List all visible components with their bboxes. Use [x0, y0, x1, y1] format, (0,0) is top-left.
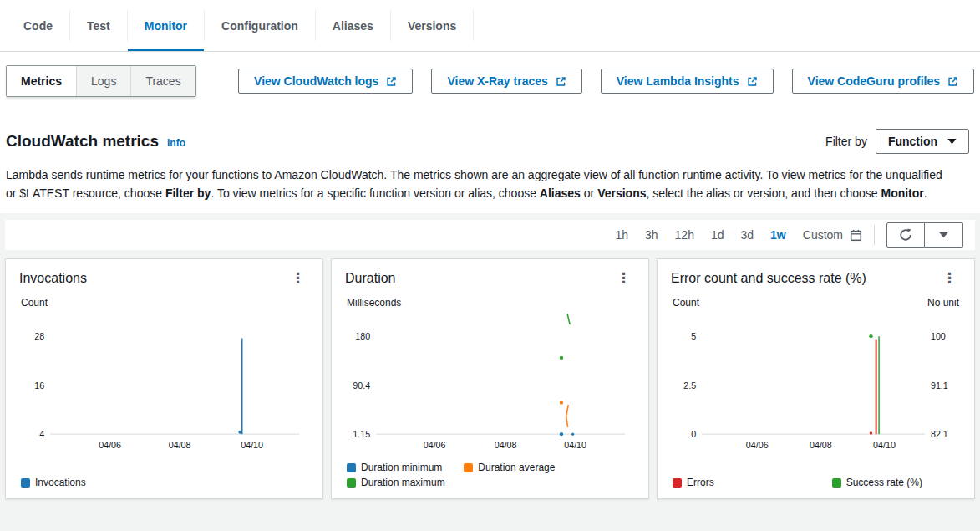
legend-swatch	[464, 463, 473, 472]
axis-unit-row: Count No unit	[671, 297, 961, 309]
description-text: . To view metrics for a specific functio…	[211, 186, 539, 200]
tab-configuration[interactable]: Configuration	[205, 0, 315, 51]
legend-item[interactable]: Duration maximum	[347, 477, 445, 488]
subtab-traces[interactable]: Traces	[130, 66, 195, 96]
view-cloudwatch-logs-button[interactable]: View CloudWatch logs	[238, 69, 413, 94]
range-1w[interactable]: 1w	[770, 228, 786, 242]
y-axis-unit-label: Count	[673, 297, 699, 309]
caret-down-icon	[947, 139, 957, 145]
y-axis-tick-label: 2.5	[683, 380, 696, 391]
axis-unit-row: Milliseconds	[345, 297, 635, 309]
y-axis-tick-label: 5	[691, 331, 696, 341]
chart-options-button[interactable]: ⋮	[287, 269, 309, 287]
y-axis-tick-label: 90.4	[353, 380, 370, 391]
chart-canvas: 18090.41.1504/0604/0804/10	[345, 310, 635, 460]
metrics-subtabs: Metrics Logs Traces	[6, 65, 196, 97]
tab-versions[interactable]: Versions	[391, 0, 473, 51]
x-axis-tick-label: 04/08	[169, 440, 191, 450]
chart-mark	[571, 433, 574, 436]
legend-swatch	[347, 463, 356, 472]
description-text: , select the alias or version, and then …	[647, 186, 881, 200]
external-link-icon	[947, 76, 958, 87]
x-axis-tick-label: 04/10	[873, 440, 896, 450]
right-y-axis-tick-label: 91.1	[931, 380, 948, 391]
chart-canvas: 52.5010091.182.104/0604/0804/10	[671, 310, 961, 460]
chart-legend: ErrorsSuccess rate (%)	[671, 477, 961, 490]
range-3h[interactable]: 3h	[645, 228, 658, 242]
monitor-content: Metrics Logs Traces View CloudWatch logs…	[0, 52, 980, 202]
chart-mark	[560, 356, 563, 360]
chart-options-button[interactable]: ⋮	[938, 269, 961, 287]
description-bold: Aliases	[540, 186, 581, 200]
y-axis-tick-label: 4	[39, 429, 44, 439]
external-link-icon	[386, 76, 397, 87]
external-view-buttons: View CloudWatch logs View X-Ray traces V…	[238, 69, 974, 94]
chart-card-header: Error count and success rate (%) ⋮	[671, 269, 961, 287]
description-text: or	[581, 186, 597, 200]
legend-swatch	[347, 478, 356, 488]
legend-label: Duration maximum	[361, 477, 445, 488]
subtab-metrics[interactable]: Metrics	[7, 66, 76, 96]
metrics-section: 1h 3h 12h 1d 3d 1w Custom Invocations	[0, 213, 980, 531]
chart-canvas: 2816404/0604/0804/10	[19, 310, 309, 460]
chart-mark	[238, 431, 241, 434]
legend-swatch	[832, 478, 841, 488]
tab-monitor[interactable]: Monitor	[128, 0, 204, 51]
x-axis-tick-label: 04/08	[810, 440, 832, 450]
legend-label: Duration minimum	[361, 462, 442, 473]
tab-aliases[interactable]: Aliases	[316, 0, 390, 51]
range-1d[interactable]: 1d	[711, 228, 724, 242]
description-bold: Monitor	[881, 186, 923, 200]
description-bold: Filter by	[165, 186, 211, 200]
time-range-options: 1h 3h 12h 1d 3d 1w Custom	[615, 228, 862, 242]
chart-options-button[interactable]: ⋮	[612, 269, 635, 287]
tab-code[interactable]: Code	[7, 0, 69, 51]
y-axis-tick-label: 16	[34, 380, 44, 391]
legend-swatch	[21, 478, 30, 488]
legend-item[interactable]: Success rate (%)	[832, 477, 922, 488]
filter-by-control: Filter by Function	[825, 129, 969, 154]
legend-item[interactable]: Errors	[673, 477, 714, 488]
filter-by-value: Function	[888, 135, 937, 148]
range-12h[interactable]: 12h	[675, 228, 694, 242]
page-title: CloudWatch metrics Info	[6, 132, 185, 151]
button-label: View Lambda Insights	[617, 74, 739, 88]
filter-by-dropdown[interactable]: Function	[876, 129, 969, 154]
right-y-axis-unit-label: No unit	[927, 297, 959, 309]
chart-mark	[870, 431, 873, 435]
external-link-icon	[556, 76, 566, 87]
description-text: .	[924, 186, 927, 200]
chart-mark	[560, 432, 563, 436]
y-axis-unit-label: Count	[21, 297, 48, 309]
x-axis-tick-label: 04/06	[99, 440, 121, 450]
filter-by-label: Filter by	[825, 135, 867, 148]
view-codeguru-profiles-button[interactable]: View CodeGuru profiles	[792, 69, 974, 94]
view-xray-traces-button[interactable]: View X-Ray traces	[431, 69, 581, 94]
range-3d[interactable]: 3d	[741, 228, 754, 242]
chart-title: Duration	[345, 271, 395, 286]
x-axis-tick-label: 04/10	[241, 440, 263, 450]
chart-title: Invocations	[19, 271, 87, 286]
legend-item[interactable]: Duration minimum	[347, 462, 442, 473]
refresh-options-dropdown[interactable]	[925, 222, 963, 248]
toolbar-divider	[874, 225, 875, 245]
view-lambda-insights-button[interactable]: View Lambda Insights	[601, 69, 774, 94]
subtab-logs[interactable]: Logs	[76, 66, 130, 96]
legend-label: Errors	[687, 477, 714, 488]
error-success-chart-card: Error count and success rate (%) ⋮ Count…	[657, 258, 975, 499]
chart-legend: Invocations	[19, 477, 309, 490]
info-link[interactable]: Info	[167, 137, 185, 149]
chart-cards: Invocations ⋮ Count 2816404/0604/0804/10…	[5, 258, 975, 499]
legend-item[interactable]: Duration average	[464, 462, 555, 473]
custom-range-button[interactable]: Custom	[803, 228, 862, 242]
invocations-chart-card: Invocations ⋮ Count 2816404/0604/0804/10…	[5, 258, 323, 499]
chart-mark	[560, 401, 563, 405]
x-axis-tick-label: 04/06	[424, 440, 446, 450]
function-tab-bar: Code Test Monitor Configuration Aliases …	[0, 0, 980, 52]
legend-item[interactable]: Invocations	[21, 477, 86, 488]
refresh-button[interactable]	[886, 222, 925, 248]
tab-test[interactable]: Test	[70, 0, 127, 51]
calendar-icon	[850, 229, 862, 242]
description: Lambda sends runtime metrics for your fu…	[6, 166, 948, 202]
range-1h[interactable]: 1h	[615, 228, 628, 242]
